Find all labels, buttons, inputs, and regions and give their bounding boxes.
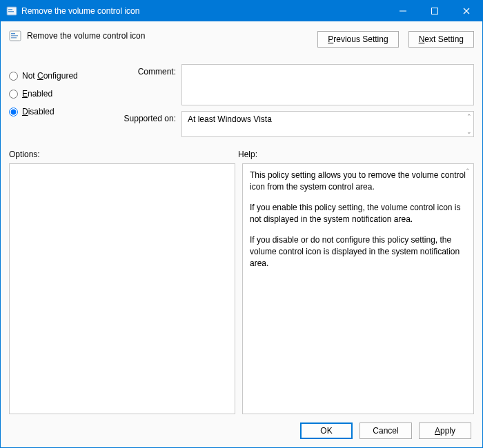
titlebar: Remove the volume control icon [1, 1, 482, 21]
help-paragraph: This policy setting allows you to remove… [250, 170, 466, 194]
radio-disabled-input[interactable] [9, 108, 18, 116]
footer: OK Cancel Apply [9, 414, 474, 447]
body: Remove the volume control icon Previous … [1, 21, 482, 447]
svg-rect-7 [11, 35, 18, 37]
previous-setting-button[interactable]: Previous Setting [317, 31, 398, 48]
options-label: Options: [9, 150, 238, 159]
supported-on-box: At least Windows Vista ⌃ ⌄ [181, 111, 474, 137]
apply-button[interactable]: Apply [419, 422, 471, 439]
svg-rect-3 [400, 11, 406, 12]
comment-textarea[interactable] [181, 64, 474, 105]
help-label: Help: [238, 150, 257, 159]
supported-on-label: Supported on: [112, 111, 176, 123]
app-icon [6, 6, 17, 17]
window: Remove the volume control icon [0, 0, 483, 448]
policy-title: Remove the volume control icon [27, 31, 145, 41]
policy-icon [9, 30, 21, 42]
maximize-button[interactable] [419, 1, 451, 21]
state-radios: Not Configured Enabled Disabled [9, 64, 106, 137]
svg-rect-6 [11, 33, 15, 34]
next-setting-button[interactable]: Next Setting [408, 31, 474, 48]
radio-disabled[interactable]: Disabled [9, 103, 106, 121]
svg-rect-4 [432, 8, 438, 14]
pane-labels: Options: Help: [9, 150, 474, 159]
panes: This policy setting allows you to remove… [9, 163, 474, 414]
help-paragraph: If you disable or do not configure this … [250, 234, 466, 270]
scroll-down-icon: ⌄ [466, 128, 472, 135]
header-row: Remove the volume control icon Previous … [9, 28, 474, 61]
close-button[interactable] [451, 1, 482, 21]
comment-label: Comment: [112, 64, 176, 77]
ok-button[interactable]: OK [300, 422, 353, 439]
cancel-button[interactable]: Cancel [359, 422, 412, 439]
radio-enabled-label: Enabled [22, 89, 52, 99]
radio-not-configured-label: Not Configured [22, 71, 78, 81]
scroll-up-icon: ⌃ [466, 113, 472, 120]
window-title: Remove the volume control icon [21, 6, 139, 16]
options-pane [9, 163, 235, 414]
radio-disabled-label: Disabled [22, 107, 55, 116]
config-area: Not Configured Enabled Disabled Comment: [9, 64, 474, 137]
radio-not-configured-input[interactable] [9, 72, 18, 81]
radio-enabled[interactable]: Enabled [9, 85, 106, 103]
radio-not-configured[interactable]: Not Configured [9, 67, 106, 85]
supported-on-value: At least Windows Vista [188, 114, 272, 124]
svg-rect-8 [11, 37, 17, 39]
radio-enabled-input[interactable] [9, 90, 18, 99]
help-pane: This policy setting allows you to remove… [242, 163, 474, 414]
svg-rect-1 [8, 9, 12, 10]
minimize-button[interactable] [387, 1, 419, 21]
svg-rect-2 [8, 11, 14, 12]
help-paragraph: If you enable this policy setting, the v… [250, 202, 466, 226]
